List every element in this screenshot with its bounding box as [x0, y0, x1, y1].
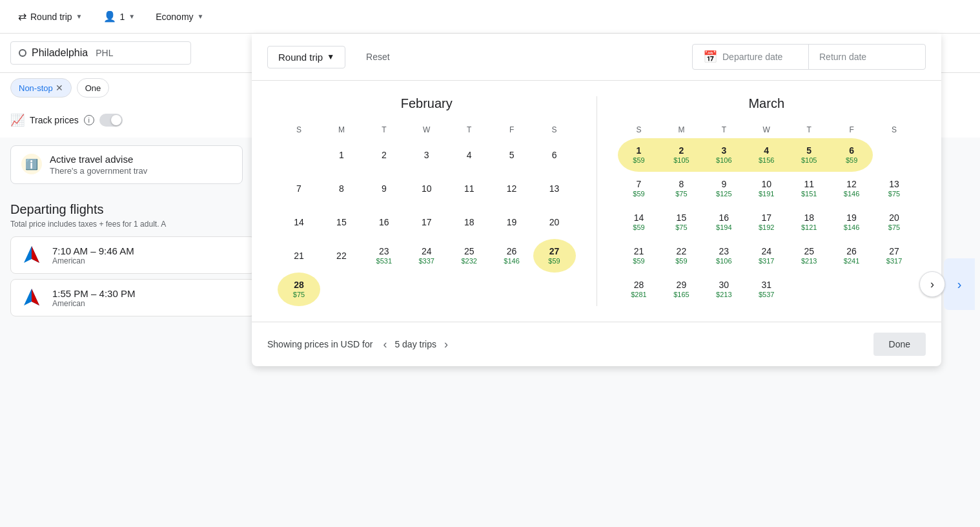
- mar-day-cell[interactable]: 29$165: [660, 273, 702, 306]
- feb-day-cell[interactable]: 20: [533, 205, 576, 239]
- mar-day-cell[interactable]: 28$281: [618, 273, 660, 306]
- feb-day-cell[interactable]: 27$59: [533, 239, 576, 273]
- mar-day-price: $146: [844, 190, 859, 198]
- next-month-strip[interactable]: ›: [944, 258, 975, 310]
- mar-day-cell[interactable]: 3$106: [702, 138, 745, 172]
- feb-day-cell[interactable]: 21: [278, 239, 320, 273]
- mar-day-price: $59: [633, 257, 644, 265]
- feb-day-cell[interactable]: 22: [320, 239, 363, 273]
- cabin-class-button[interactable]: Economy ▼: [148, 8, 211, 26]
- mar-day-cell: [830, 273, 873, 306]
- mar-day-cell[interactable]: 9$125: [702, 172, 745, 205]
- feb-day-cell[interactable]: 13: [533, 172, 576, 205]
- toggle-thumb: [111, 115, 121, 125]
- mar-day-cell[interactable]: 11$151: [788, 172, 830, 205]
- mar-day-cell[interactable]: 1$59: [618, 138, 660, 172]
- mar-day-cell[interactable]: 2$105: [660, 138, 702, 172]
- calendar-small-icon: 📅: [703, 50, 717, 64]
- origin-code: PHL: [96, 48, 113, 58]
- flight-card-1[interactable]: 7:10 AM – 9:46 AM American: [10, 236, 256, 274]
- flight-card-2[interactable]: 1:55 PM – 4:30 PM American: [10, 279, 256, 316]
- mar-day-cell[interactable]: 31$537: [745, 273, 788, 306]
- feb-day-cell[interactable]: 1: [320, 138, 363, 172]
- feb-day-number: 19: [507, 217, 517, 228]
- calendar-trip-type-button[interactable]: Round trip ▼: [267, 46, 345, 68]
- mar-day-number: 23: [719, 246, 730, 257]
- mar-day-cell[interactable]: 12$146: [830, 172, 873, 205]
- feb-day-cell[interactable]: 7: [278, 172, 320, 205]
- feb-day-cell[interactable]: 6: [533, 138, 576, 172]
- mar-day-cell[interactable]: 15$75: [660, 205, 702, 239]
- airline-logo-1: [21, 245, 42, 265]
- feb-day-cell[interactable]: 9: [363, 172, 405, 205]
- mar-day-cell[interactable]: 23$106: [702, 239, 745, 273]
- mar-day-number: 6: [849, 145, 854, 156]
- feb-day-cell[interactable]: 23$531: [363, 239, 405, 273]
- feb-day-cell[interactable]: 16: [363, 205, 405, 239]
- mar-day-cell[interactable]: 10$191: [745, 172, 788, 205]
- mar-day-cell[interactable]: 16$194: [702, 205, 745, 239]
- feb-day-cell[interactable]: 4: [448, 138, 491, 172]
- mar-day-cell[interactable]: 26$241: [830, 239, 873, 273]
- mar-day-number: 26: [846, 246, 857, 257]
- person-icon: 👤: [103, 10, 116, 23]
- done-button[interactable]: Done: [873, 333, 926, 356]
- return-date-field[interactable]: Return date: [809, 46, 925, 67]
- mar-day-number: 17: [761, 212, 771, 223]
- feb-day-cell[interactable]: 11: [448, 172, 491, 205]
- mar-day-cell[interactable]: 24$317: [745, 239, 788, 273]
- mar-day-cell[interactable]: 19$146: [830, 205, 873, 239]
- feb-day-cell[interactable]: 17: [405, 205, 448, 239]
- feb-day-cell[interactable]: 8: [320, 172, 363, 205]
- mar-day-number: 13: [889, 179, 899, 190]
- reset-button[interactable]: Reset: [356, 46, 400, 67]
- passengers-button[interactable]: 👤 1 ▼: [96, 6, 143, 26]
- mar-day-price: $317: [886, 257, 902, 265]
- mar-day-cell[interactable]: 20$75: [873, 205, 915, 239]
- feb-day-cell[interactable]: 15: [320, 205, 363, 239]
- mar-day-price: $156: [759, 156, 774, 165]
- feb-day-cell[interactable]: 5: [491, 138, 533, 172]
- feb-day-cell[interactable]: 26$146: [491, 239, 533, 273]
- advisory-subtitle: There's a government trav: [50, 166, 147, 176]
- mar-day-cell[interactable]: 25$213: [788, 239, 830, 273]
- feb-day-cell[interactable]: 12: [491, 172, 533, 205]
- mar-day-cell[interactable]: 27$317: [873, 239, 915, 273]
- feb-day-number: 12: [507, 183, 517, 194]
- day-trip-prev-button[interactable]: ‹: [378, 335, 392, 354]
- origin-input[interactable]: Philadelphia PHL: [10, 41, 191, 65]
- non-stop-chip[interactable]: Non-stop ✕: [10, 78, 72, 98]
- feb-day-cell[interactable]: 10: [405, 172, 448, 205]
- feb-day-number: 15: [336, 217, 347, 228]
- feb-day-cell[interactable]: 18: [448, 205, 491, 239]
- track-prices-toggle[interactable]: [99, 114, 123, 127]
- mar-day-cell[interactable]: 7$59: [618, 172, 660, 205]
- non-stop-remove[interactable]: ✕: [56, 83, 63, 93]
- mar-day-cell[interactable]: 14$59: [618, 205, 660, 239]
- mar-day-cell[interactable]: 6$59: [830, 138, 873, 172]
- feb-day-cell[interactable]: 19: [491, 205, 533, 239]
- round-trip-button[interactable]: ⇄ Round trip ▼: [10, 6, 90, 26]
- departure-date-field[interactable]: 📅 Departure date: [693, 45, 809, 69]
- mar-day-cell[interactable]: 17$192: [745, 205, 788, 239]
- mar-day-cell[interactable]: 22$59: [660, 239, 702, 273]
- feb-dow: S: [533, 121, 576, 138]
- mar-day-cell[interactable]: 5$105: [788, 138, 830, 172]
- feb-day-cell[interactable]: 28$75: [278, 273, 320, 306]
- feb-day-cell[interactable]: 14: [278, 205, 320, 239]
- feb-day-cell[interactable]: 24$337: [405, 239, 448, 273]
- mar-day-cell[interactable]: 30$213: [702, 273, 745, 306]
- feb-day-cell[interactable]: 25$232: [448, 239, 491, 273]
- mar-day-cell[interactable]: 18$121: [788, 205, 830, 239]
- mar-day-cell[interactable]: 8$75: [660, 172, 702, 205]
- mar-day-cell[interactable]: 13$75: [873, 172, 915, 205]
- mar-dow: S: [618, 121, 660, 138]
- track-prices-info[interactable]: i: [84, 115, 94, 125]
- mar-day-cell[interactable]: 4$156: [745, 138, 788, 172]
- day-trip-next-button[interactable]: ›: [439, 335, 453, 354]
- feb-day-cell[interactable]: 2: [363, 138, 405, 172]
- feb-day-cell[interactable]: 3: [405, 138, 448, 172]
- one-chip[interactable]: One: [77, 78, 110, 98]
- next-button[interactable]: ›: [919, 271, 945, 297]
- mar-day-cell[interactable]: 21$59: [618, 239, 660, 273]
